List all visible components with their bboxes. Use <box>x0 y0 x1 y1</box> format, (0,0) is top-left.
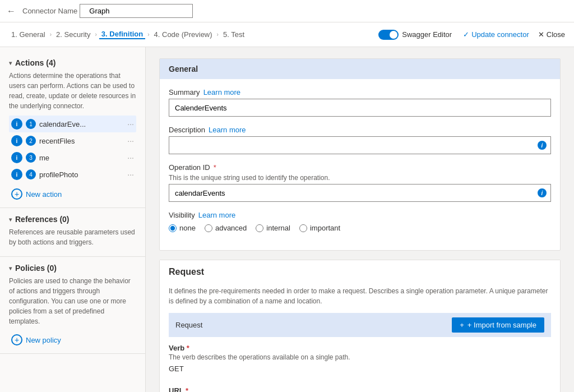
operation-id-label: Operation ID * <box>169 163 551 172</box>
close-button[interactable]: ✕ Close <box>538 30 565 39</box>
actions-section-header[interactable]: ▾ Actions (4) <box>9 58 136 67</box>
policies-section: ▾ Policies (0) Policies are used to chan… <box>0 259 145 354</box>
operation-id-field: Operation ID * This is the unique string… <box>169 163 551 202</box>
action-icon-4: i <box>11 169 22 180</box>
radio-advanced[interactable]: advanced <box>205 224 247 232</box>
operation-id-required: * <box>214 163 216 172</box>
references-description: References are reusable parameters used … <box>9 227 136 247</box>
chevron-icon-1: › <box>50 31 52 38</box>
description-input[interactable] <box>169 136 551 154</box>
actions-description: Actions determine the operations that us… <box>9 71 136 111</box>
general-card-header: General <box>160 59 560 79</box>
nav-step-security[interactable]: 2. Security <box>54 30 92 39</box>
graph-tab-input[interactable] <box>80 4 193 18</box>
new-policy-button[interactable]: + New policy <box>9 331 136 349</box>
operation-id-input-wrapper: i <box>169 184 551 202</box>
policies-chevron-icon: ▾ <box>9 265 12 271</box>
verb-label: Verb * <box>169 344 551 352</box>
summary-input[interactable] <box>169 99 551 117</box>
summary-field: Summary Learn more <box>169 88 551 117</box>
description-info-icon[interactable]: i <box>538 141 547 150</box>
request-header-bar: Request + + Import from sample <box>169 313 551 337</box>
radio-internal-input[interactable] <box>256 224 263 232</box>
close-icon: ✕ <box>538 30 544 39</box>
description-input-wrapper: i <box>169 136 551 154</box>
url-required: * <box>186 386 188 392</box>
action-icon-1: i <box>11 118 22 130</box>
new-action-button[interactable]: + New action <box>9 185 136 203</box>
action-menu-4[interactable]: ··· <box>127 170 134 179</box>
operation-id-input[interactable] <box>169 184 551 202</box>
connector-name-label: Connector Name <box>22 7 77 15</box>
description-label: Description Learn more <box>169 126 551 134</box>
action-number-2: 2 <box>26 136 36 146</box>
action-menu-1[interactable]: ··· <box>127 119 134 128</box>
policies-description: Policies are used to change the behavior… <box>9 276 136 326</box>
nav-step-test[interactable]: 5. Test <box>221 30 247 39</box>
request-card: Request It defines the pre-requirements … <box>159 260 561 392</box>
action-item-3[interactable]: i 3 me ··· <box>9 149 136 166</box>
visibility-radio-group: none advanced internal important <box>169 224 551 232</box>
content-area: General Summary Learn more Description L… <box>146 47 574 392</box>
back-icon: ← <box>7 6 16 16</box>
verb-value: GET <box>169 365 551 373</box>
sidebar: ▾ Actions (4) Actions determine the oper… <box>0 47 146 392</box>
radio-important-input[interactable] <box>299 224 307 232</box>
main-layout: ▾ Actions (4) Actions determine the oper… <box>0 47 574 392</box>
nav-step-code[interactable]: 4. Code (Preview) <box>152 30 215 39</box>
radio-advanced-input[interactable] <box>205 224 212 232</box>
action-item-4[interactable]: i 4 profilePhoto ··· <box>9 166 136 183</box>
radio-internal[interactable]: internal <box>256 224 290 232</box>
toggle-thumb <box>390 31 397 39</box>
nav-step-definition[interactable]: 3. Definition <box>99 30 145 39</box>
import-from-sample-button[interactable]: + + Import from sample <box>452 317 544 333</box>
verb-desc: The verb describes the operations availa… <box>169 353 551 361</box>
general-card: General Summary Learn more Description L… <box>159 58 561 251</box>
swagger-editor-label: Swagger Editor <box>402 30 452 39</box>
action-label-1: calendarEve... <box>39 120 124 128</box>
request-description: It defines the pre-requirements needed i… <box>169 286 551 306</box>
chevron-icon-3: › <box>147 31 149 38</box>
action-icon-3: i <box>11 152 22 163</box>
actions-chevron-icon: ▾ <box>9 60 12 66</box>
references-section-header[interactable]: ▾ References (0) <box>9 215 136 224</box>
plus-circle-icon: + <box>11 188 22 200</box>
check-icon: ✓ <box>463 30 469 39</box>
action-menu-3[interactable]: ··· <box>127 153 134 162</box>
action-item-1[interactable]: i 1 calendarEve... ··· <box>9 116 136 132</box>
url-label: URL * <box>169 386 551 392</box>
toggle-track[interactable] <box>378 30 399 40</box>
description-learn-more[interactable]: Learn more <box>209 126 246 134</box>
update-connector-button[interactable]: ✓ Update connector <box>463 30 529 39</box>
back-button[interactable]: ← <box>7 6 16 16</box>
swagger-editor-toggle[interactable]: Swagger Editor <box>378 30 452 40</box>
actions-section: ▾ Actions (4) Actions determine the oper… <box>0 54 145 208</box>
request-card-body: It defines the pre-requirements needed i… <box>160 277 560 392</box>
action-item-2[interactable]: i 2 recentFiles ··· <box>9 132 136 149</box>
action-menu-2[interactable]: ··· <box>127 136 134 145</box>
plus-policy-icon: + <box>11 334 22 345</box>
action-label-4: profilePhoto <box>39 170 124 179</box>
summary-learn-more[interactable]: Learn more <box>203 88 240 96</box>
verb-required: * <box>187 344 189 352</box>
policies-section-header[interactable]: ▾ Policies (0) <box>9 264 136 273</box>
operation-id-info-icon[interactable]: i <box>538 188 547 197</box>
title-bar: ← Connector Name <box>0 0 574 22</box>
visibility-label: Visibility Learn more <box>169 211 551 219</box>
radio-important[interactable]: important <box>299 224 340 232</box>
verb-section: Verb * The verb describes the operations… <box>169 344 551 377</box>
request-section-title: Request <box>160 260 560 277</box>
summary-label: Summary Learn more <box>169 88 551 96</box>
general-card-body: Summary Learn more Description Learn mor… <box>160 79 560 250</box>
visibility-field: Visibility Learn more none advanced <box>169 211 551 232</box>
visibility-learn-more[interactable]: Learn more <box>198 211 235 219</box>
nav-step-general[interactable]: 1. General <box>9 30 48 39</box>
references-chevron-icon: ▾ <box>9 216 12 223</box>
radio-none-input[interactable] <box>169 224 177 232</box>
url-section: URL * This is the request URL. <box>169 386 551 392</box>
action-number-1: 1 <box>26 119 36 129</box>
radio-none[interactable]: none <box>169 224 196 232</box>
chevron-icon-4: › <box>217 31 219 38</box>
action-label-2: recentFiles <box>39 137 124 145</box>
action-number-4: 4 <box>26 169 36 179</box>
